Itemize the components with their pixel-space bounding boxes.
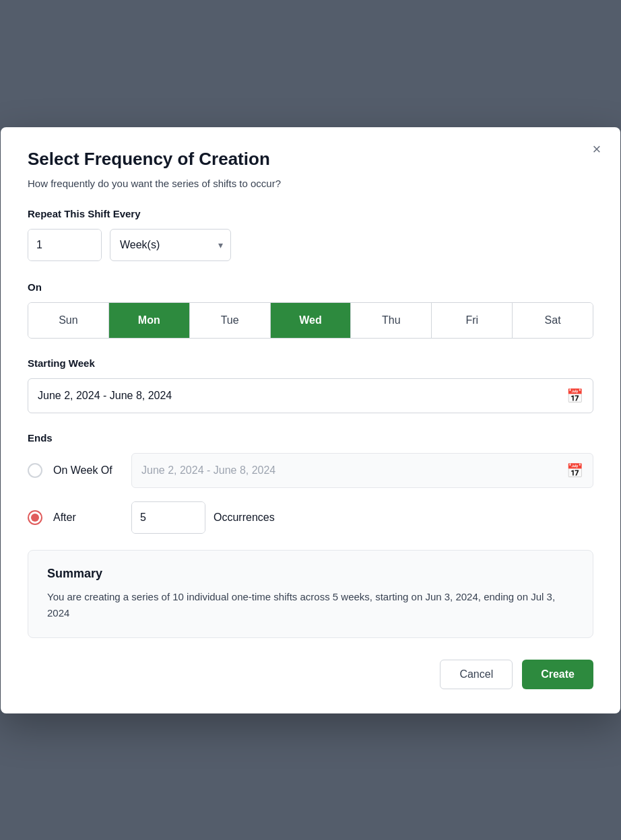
summary-text: You are creating a series of 10 individu… (47, 589, 574, 621)
ends-calendar-icon: 📅 (566, 462, 583, 479)
modal-dialog: × Select Frequency of Creation How frequ… (1, 127, 620, 713)
repeat-row: ▲ ▼ Day(s) Week(s) Month(s) ▾ (28, 229, 593, 261)
day-buttons-group: Sun Mon Tue Wed Thu Fri Sat (28, 302, 593, 339)
repeat-period-select[interactable]: Day(s) Week(s) Month(s) (110, 229, 231, 261)
starting-week-label: Starting Week (28, 357, 593, 369)
create-button[interactable]: Create (522, 660, 593, 689)
on-label: On (28, 281, 593, 293)
day-button-mon[interactable]: Mon (109, 303, 190, 338)
summary-title: Summary (47, 567, 574, 581)
starting-week-section: Starting Week June 2, 2024 - June 8, 202… (28, 357, 593, 413)
day-button-wed[interactable]: Wed (271, 303, 352, 338)
ends-after-radio[interactable] (28, 510, 42, 525)
day-button-tue[interactable]: Tue (190, 303, 271, 338)
occurrences-number-wrapper: ▲ ▼ (131, 501, 205, 534)
ends-on-week-radio[interactable] (28, 463, 42, 478)
summary-box: Summary You are creating a series of 10 … (28, 550, 593, 638)
occurrences-label: Occurrences (214, 512, 275, 524)
close-button[interactable]: × (587, 139, 607, 160)
repeat-label: Repeat This Shift Every (28, 208, 593, 219)
repeat-period-select-wrapper: Day(s) Week(s) Month(s) ▾ (110, 229, 231, 261)
ends-on-week-label: On Week Of (53, 464, 121, 477)
occurrences-input[interactable] (132, 502, 205, 533)
modal-subtitle: How frequently do you want the series of… (28, 178, 593, 189)
on-section: On Sun Mon Tue Wed Thu Fri Sat (28, 281, 593, 339)
occurrences-wrapper: ▲ ▼ Occurrences (131, 501, 275, 534)
day-button-fri[interactable]: Fri (432, 303, 513, 338)
ends-options: On Week Of June 2, 2024 - June 8, 2024 📅… (28, 453, 593, 534)
day-button-sat[interactable]: Sat (513, 303, 593, 338)
ends-label: Ends (28, 432, 593, 444)
ends-section: Ends On Week Of June 2, 2024 - June 8, 2… (28, 432, 593, 534)
starting-week-value: June 2, 2024 - June 8, 2024 (38, 390, 566, 402)
cancel-button[interactable]: Cancel (440, 660, 513, 689)
day-button-sun[interactable]: Sun (28, 303, 109, 338)
day-button-thu[interactable]: Thu (351, 303, 432, 338)
modal-title: Select Frequency of Creation (28, 149, 593, 170)
ends-after-label: After (53, 512, 121, 524)
repeat-number-input-wrapper: ▲ ▼ (28, 229, 102, 261)
ends-on-week-date-input[interactable]: June 2, 2024 - June 8, 2024 📅 (131, 453, 593, 488)
starting-week-input[interactable]: June 2, 2024 - June 8, 2024 📅 (28, 378, 593, 413)
ends-on-week-date-value: June 2, 2024 - June 8, 2024 (141, 464, 566, 477)
repeat-number-input[interactable] (28, 230, 102, 260)
ends-on-week-row: On Week Of June 2, 2024 - June 8, 2024 📅 (28, 453, 593, 488)
ends-after-row: After ▲ ▼ Occurrences (28, 501, 593, 534)
calendar-icon: 📅 (566, 388, 583, 404)
modal-footer: Cancel Create (28, 660, 593, 689)
